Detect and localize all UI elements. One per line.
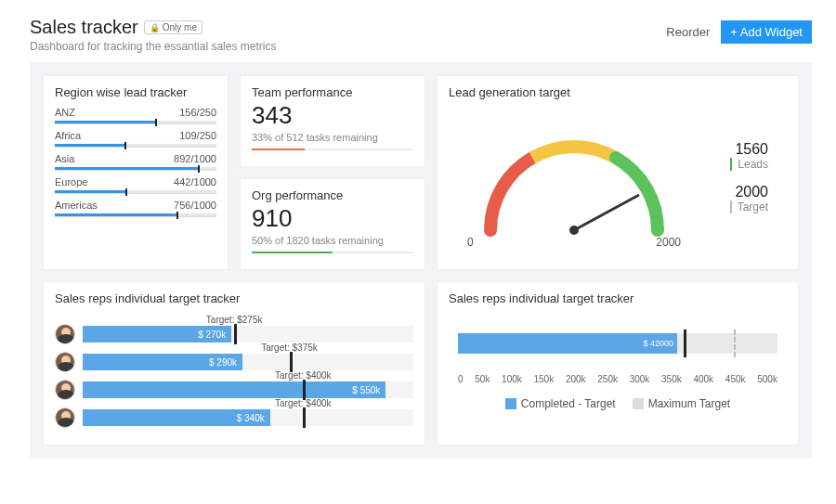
perf-progress-fill bbox=[252, 252, 333, 253]
region-row: Asia 892/1000 bbox=[55, 153, 216, 171]
legend-completed: Completed - Target bbox=[505, 397, 616, 410]
axis-tick: 50k bbox=[475, 374, 490, 384]
gauge-segment-red bbox=[490, 158, 532, 230]
aggregate-axis: 050k100k150k200k250k300k350k400k450k500k bbox=[458, 374, 777, 384]
reps-tracker-right-card: Sales reps individual target tracker $ 4… bbox=[437, 281, 799, 446]
lock-icon: 🔒 bbox=[150, 23, 160, 32]
title-block: Sales tracker 🔒 Only me Dashboard for tr… bbox=[30, 17, 276, 53]
aggregate-target-tick bbox=[684, 330, 686, 357]
axis-tick: 350k bbox=[661, 374, 682, 384]
axis-tick: 500k bbox=[757, 374, 777, 384]
region-progress-track[interactable] bbox=[55, 190, 216, 194]
gauge-max-label: 2000 bbox=[656, 236, 681, 249]
avatar bbox=[55, 324, 75, 344]
rep-track: $ 340k bbox=[83, 409, 413, 426]
region-tracker-card: Region wise lead tracker ANZ 156/250 Afr… bbox=[43, 75, 229, 270]
perf-value: 343 bbox=[252, 101, 413, 130]
axis-tick: 250k bbox=[597, 374, 618, 384]
region-progress-track[interactable] bbox=[55, 167, 216, 171]
region-progress-track[interactable] bbox=[55, 144, 216, 148]
axis-tick: 0 bbox=[458, 374, 464, 384]
rep-fill: $ 340k bbox=[83, 409, 270, 426]
reorder-button[interactable]: Reorder bbox=[666, 25, 710, 39]
reps-tracker-left-card: Sales reps individual target tracker Tar… bbox=[43, 281, 425, 446]
rep-bar: Target: $400k $ 550k bbox=[83, 381, 413, 398]
legend-completed-label: Completed - Target bbox=[521, 397, 616, 410]
aggregate-track: $ 42000 bbox=[458, 333, 777, 354]
rep-bar: Target: $375k $ 290k bbox=[83, 354, 413, 370]
region-name: Europe bbox=[55, 176, 87, 187]
avatar bbox=[55, 407, 75, 428]
legend-swatch-max bbox=[633, 398, 644, 409]
axis-tick: 450k bbox=[725, 374, 746, 384]
rep-fill: $ 290k bbox=[83, 354, 242, 370]
card-title: Lead generation target bbox=[449, 85, 787, 99]
add-widget-button[interactable]: + Add Widget bbox=[721, 20, 812, 44]
region-value: 109/250 bbox=[179, 130, 216, 141]
card-title: Region wise lead tracker bbox=[55, 85, 216, 99]
rep-row: Target: $400k $ 550k bbox=[55, 380, 413, 400]
axis-tick: 150k bbox=[533, 374, 554, 384]
perf-subtitle: 33% of 512 tasks remaining bbox=[252, 132, 413, 143]
gauge-needle-pin bbox=[569, 226, 579, 235]
region-progress-fill bbox=[55, 121, 156, 123]
target-label: Target bbox=[730, 200, 768, 213]
perf-progress-fill bbox=[252, 149, 305, 150]
region-value: 756/1000 bbox=[174, 200, 216, 211]
privacy-badge[interactable]: 🔒 Only me bbox=[144, 20, 202, 34]
legend-swatch-completed bbox=[505, 398, 516, 409]
gauge-segment-yellow bbox=[532, 146, 616, 157]
team-performance-card: Team performance 343 33% of 512 tasks re… bbox=[240, 75, 425, 167]
card-title: Org performance bbox=[252, 188, 413, 202]
region-progress-fill bbox=[55, 190, 126, 193]
rep-bar: Target: $400k $ 340k bbox=[83, 409, 413, 426]
region-name: Asia bbox=[55, 153, 74, 164]
region-value: 156/250 bbox=[179, 107, 216, 118]
leads-label: Leads bbox=[730, 158, 768, 171]
target-value: 2000 bbox=[730, 184, 768, 200]
page-header: Sales tracker 🔒 Only me Dashboard for tr… bbox=[0, 0, 836, 62]
perf-value: 910 bbox=[252, 204, 413, 233]
gauge-needle bbox=[574, 195, 639, 230]
region-name: Americas bbox=[55, 200, 98, 211]
rep-track: $ 550k bbox=[83, 381, 413, 398]
avatar bbox=[55, 380, 75, 400]
rep-fill: $ 550k bbox=[83, 381, 385, 398]
rep-row: Target: $275k $ 270k bbox=[55, 324, 413, 344]
lead-gauge-card: Lead generation target 0 bbox=[437, 75, 799, 270]
rep-target-tick bbox=[303, 407, 306, 428]
aggregate-legend: Completed - Target Maximum Target bbox=[449, 397, 787, 410]
rep-fill: $ 270k bbox=[83, 326, 231, 342]
region-progress-track[interactable] bbox=[55, 213, 216, 217]
page-subtitle: Dashboard for tracking the essantial sal… bbox=[30, 40, 276, 53]
rep-track: $ 270k bbox=[83, 326, 413, 342]
region-progress-fill bbox=[55, 144, 125, 147]
rep-target-tick bbox=[290, 352, 293, 372]
region-row: ANZ 156/250 bbox=[55, 107, 216, 124]
page-title: Sales tracker bbox=[30, 17, 138, 38]
region-progress-fill bbox=[55, 213, 177, 216]
region-progress-fill bbox=[55, 167, 199, 170]
leads-value: 1560 bbox=[730, 141, 768, 158]
region-value: 442/1000 bbox=[174, 176, 216, 187]
gauge-min-label: 0 bbox=[467, 236, 474, 249]
region-progress-track[interactable] bbox=[55, 121, 216, 124]
aggregate-fill: $ 42000 bbox=[458, 333, 677, 354]
gauge-chart: 0 2000 bbox=[467, 119, 681, 249]
header-actions: Reorder + Add Widget bbox=[666, 20, 812, 44]
performance-stack: Team performance 343 33% of 512 tasks re… bbox=[240, 75, 425, 270]
rep-row: Target: $400k $ 340k bbox=[55, 407, 413, 428]
gauge-segment-green bbox=[616, 158, 658, 230]
card-title: Sales reps individual target tracker bbox=[449, 291, 787, 305]
rep-target-tick bbox=[303, 380, 306, 400]
region-row: Africa 109/250 bbox=[55, 130, 216, 148]
gauge-side-stats: 1560 Leads 2000 Target bbox=[730, 141, 768, 226]
aggregate-value-label: $ 42000 bbox=[644, 339, 674, 348]
region-name: ANZ bbox=[55, 107, 75, 118]
legend-max: Maximum Target bbox=[633, 397, 730, 410]
privacy-label: Only me bbox=[163, 22, 197, 32]
perf-progress-track bbox=[252, 252, 413, 253]
dashboard-grid: Region wise lead tracker ANZ 156/250 Afr… bbox=[30, 62, 812, 459]
aggregate-max-tick bbox=[734, 330, 736, 357]
region-row: Europe 442/1000 bbox=[55, 176, 216, 194]
